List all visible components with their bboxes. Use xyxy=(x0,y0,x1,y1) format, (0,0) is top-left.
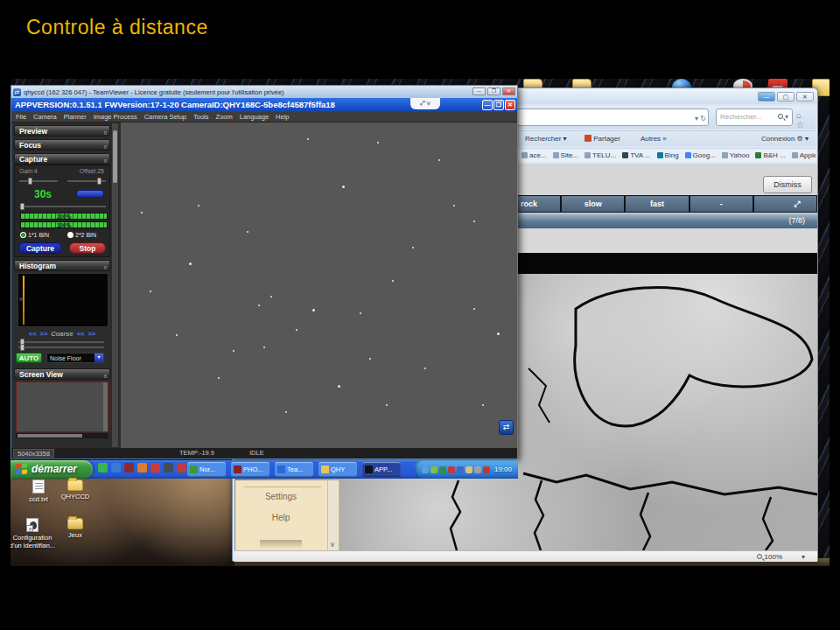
exposure-spinner[interactable] xyxy=(76,190,104,198)
exposure-slider[interactable] xyxy=(19,206,106,207)
animation-control-button[interactable]: - xyxy=(690,196,752,212)
histogram-step-button[interactable]: >> xyxy=(40,330,48,338)
toolbar-share-button[interactable]: Partager xyxy=(584,135,620,143)
quick-launch-icon[interactable] xyxy=(137,463,147,472)
menu-item[interactable]: Help xyxy=(276,113,289,121)
tray-icon[interactable] xyxy=(422,466,429,473)
exposure-slider-thumb[interactable] xyxy=(20,203,24,210)
teamviewer-maximize-button[interactable]: ❐ xyxy=(487,88,500,95)
animation-control-button[interactable]: fast xyxy=(626,196,688,212)
teamviewer-titlebar[interactable]: ⇄ qhyccd (162 326 047) - TeamViewer - Li… xyxy=(11,86,517,98)
teamviewer-watermark-icon[interactable]: ⇄ xyxy=(499,420,514,435)
app-maximize-button[interactable]: ❐ xyxy=(494,100,504,110)
pin-icon[interactable]: 8 xyxy=(104,262,107,273)
sidebar-scrollbar[interactable] xyxy=(111,122,119,448)
toolbar-search-menu[interactable]: Rechercher ▾ xyxy=(525,135,567,143)
toolbar-others-menu[interactable]: Autres » xyxy=(640,135,667,143)
tray-icon[interactable] xyxy=(466,466,472,473)
noise-floor-select[interactable]: Noise Floor ▾ xyxy=(46,353,104,363)
taskbar-window-button[interactable]: QHY xyxy=(318,462,357,477)
auto-button[interactable]: AUTO xyxy=(16,353,42,363)
taskbar-window-button[interactable]: Nor... xyxy=(187,462,226,477)
quick-launch-icon[interactable] xyxy=(98,463,108,472)
stop-button[interactable]: Stop xyxy=(69,242,106,254)
histogram-step-button[interactable]: Coarse xyxy=(51,330,73,338)
taskbar-window-button[interactable]: Tea... xyxy=(275,462,313,477)
url-dropdown-refresh-icons[interactable]: ▾ ↻ xyxy=(695,111,706,126)
bookmark-item[interactable]: Goog... xyxy=(685,151,716,159)
bookmark-item[interactable]: Yahoo xyxy=(722,151,750,159)
chevron-down-icon[interactable]: ∨ xyxy=(330,541,335,549)
menu-item[interactable]: Camera Setup xyxy=(144,113,186,121)
menu-scrollbar[interactable]: ∨ xyxy=(327,480,339,550)
browser-minimize-button[interactable]: — xyxy=(758,92,775,102)
menu-item[interactable]: Image Process xyxy=(94,113,137,121)
tray-icon[interactable] xyxy=(483,466,490,473)
menu-item[interactable]: Language xyxy=(240,113,269,121)
preview-horizontal-scrollbar[interactable] xyxy=(16,433,108,438)
bookmark-item[interactable]: TVA ... xyxy=(622,151,650,159)
menu-item[interactable]: Tools xyxy=(193,113,209,121)
quick-launch-icon[interactable] xyxy=(124,463,134,472)
bookmark-item[interactable]: Bing xyxy=(657,151,679,159)
app-minimize-button[interactable]: — xyxy=(482,100,493,110)
dismiss-button[interactable]: Dismiss xyxy=(763,176,812,193)
bookmark-item[interactable]: Site... xyxy=(553,151,578,159)
taskbar-window-button[interactable]: APP... xyxy=(362,462,401,477)
taskbar-window-button[interactable]: PHO... xyxy=(231,462,270,477)
browser-close-button[interactable]: ✕ xyxy=(796,92,814,102)
menu-item[interactable]: Planner xyxy=(64,113,87,121)
search-input[interactable]: Rechercher... ▾ xyxy=(716,108,793,126)
capture-button[interactable]: Capture xyxy=(18,242,62,254)
histogram-step-button[interactable]: << xyxy=(29,330,37,338)
app-close-button[interactable]: ✕ xyxy=(505,100,515,110)
quick-launch-icon[interactable] xyxy=(111,463,121,472)
bookmark-item[interactable]: TELU... xyxy=(584,151,616,159)
tray-icon[interactable] xyxy=(430,466,438,473)
pin-icon[interactable]: 8 xyxy=(104,142,107,152)
start-button[interactable]: démarrer xyxy=(10,460,93,479)
animation-control-button[interactable]: slow xyxy=(562,196,624,212)
tray-icon[interactable] xyxy=(474,466,481,473)
pin-icon[interactable]: 8 xyxy=(104,128,107,138)
bin1-radio[interactable]: 1*1 BIN xyxy=(20,232,49,238)
zoom-control[interactable]: 100% xyxy=(757,553,782,561)
scrollbar-thumb[interactable] xyxy=(18,434,82,438)
qhyccd-app-titlebar[interactable]: APPVERSION:0.1.51.1 FWVersion:17-1-20 Ca… xyxy=(11,98,517,112)
teamviewer-minimize-button[interactable]: — xyxy=(472,88,486,95)
histogram-slider-2[interactable] xyxy=(18,346,104,348)
panel-preview[interactable]: Preview8 xyxy=(14,125,110,136)
menu-item[interactable]: Help xyxy=(235,513,326,522)
screen-view-preview[interactable] xyxy=(16,382,108,432)
offset-slider-thumb[interactable] xyxy=(97,178,102,185)
menu-item[interactable]: Camera xyxy=(33,113,57,121)
scrollbar-thumb[interactable] xyxy=(113,130,117,183)
quick-launch-icon[interactable] xyxy=(177,463,186,472)
menu-item[interactable]: Settings xyxy=(235,492,326,501)
offset-slider[interactable] xyxy=(67,180,106,182)
bookmark-item[interactable]: B&H ... xyxy=(755,151,785,159)
toolbar-connection-menu[interactable]: Connexion ⚙ ▾ xyxy=(761,135,808,143)
panel-histogram[interactable]: Histogram8 xyxy=(14,260,110,271)
tray-icon[interactable] xyxy=(448,466,455,473)
panel-capture[interactable]: Capture8 xyxy=(14,153,110,164)
pin-icon[interactable]: 8 xyxy=(104,371,107,382)
teamviewer-toolbar-tab[interactable]: ⤢ ∨ xyxy=(410,98,440,109)
captured-image-view[interactable] xyxy=(121,122,517,448)
teamviewer-close-button[interactable]: ✕ xyxy=(502,88,515,95)
histogram-step-button[interactable]: << xyxy=(77,330,85,338)
panel-screen-view[interactable]: Screen View8 xyxy=(14,368,110,380)
menu-item[interactable]: File xyxy=(16,113,26,121)
histogram-slider-1[interactable] xyxy=(18,341,104,343)
panel-focus[interactable]: Focus8 xyxy=(14,139,110,150)
bookmark-item[interactable]: ace... xyxy=(522,151,547,159)
gain-slider-thumb[interactable] xyxy=(28,178,32,185)
browser-maximize-button[interactable]: ▢ xyxy=(777,92,794,102)
zoom-dropdown-icon[interactable]: ▾ xyxy=(802,553,805,561)
desktop-icon-jeux[interactable]: Jeux xyxy=(47,518,103,539)
gain-slider[interactable] xyxy=(19,180,58,182)
chevron-down-icon[interactable]: ∨ xyxy=(427,100,430,106)
desktop-icon-qhyccd[interactable]: QHYCCD xyxy=(47,480,103,500)
dropdown-arrow-icon[interactable]: ▾ xyxy=(94,354,103,362)
expand-icon[interactable]: ⤢ xyxy=(420,100,425,106)
